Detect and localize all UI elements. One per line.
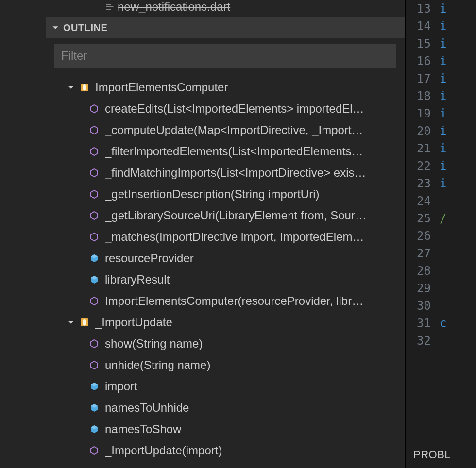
method-icon <box>88 338 100 350</box>
section-title: OUTLINE <box>63 22 107 33</box>
member-label: unhide(String name) <box>105 358 210 372</box>
line-number: 26 <box>406 229 440 243</box>
filter-input[interactable] <box>54 44 396 68</box>
member-label: libraryResult <box>105 273 170 286</box>
member-label: show(String name) <box>105 337 203 351</box>
editor-line[interactable]: 19i <box>406 105 476 122</box>
editor-gutter: 13i14i15i16i17i18i19i20i21i22i23i2425/26… <box>406 0 476 441</box>
outline-class-row[interactable]: ImportElementsComputer <box>46 77 405 98</box>
method-icon <box>88 188 100 200</box>
line-number: 21 <box>406 142 440 155</box>
outline-member-row[interactable]: createEdits(List<ImportedElements> impor… <box>46 98 405 119</box>
class-name: _ImportUpdate <box>95 316 172 329</box>
outline-member-row[interactable]: ImportElementsComputer(resourceProvider,… <box>46 290 405 312</box>
field-icon <box>88 252 100 264</box>
editor-line[interactable]: 16i <box>406 52 476 70</box>
chevron-down-icon <box>51 24 59 32</box>
line-number: 23 <box>406 177 440 190</box>
method-icon <box>88 231 100 243</box>
editor-line[interactable]: 27 <box>406 245 476 262</box>
outline-member-row[interactable]: unhide(String name) <box>46 354 405 376</box>
method-icon <box>88 359 100 371</box>
field-icon <box>88 274 100 285</box>
editor-line[interactable]: 23i <box>406 175 476 192</box>
editor-line[interactable]: 31c <box>406 315 476 332</box>
member-label: _computeUpdate(Map<ImportDirective, _Imp… <box>105 123 363 137</box>
outline-member-row[interactable]: _matches(ImportDirective import, Importe… <box>46 226 405 248</box>
line-number: 27 <box>406 247 440 260</box>
code-fragment: i <box>440 124 446 138</box>
editor-line[interactable]: 21i <box>406 140 476 157</box>
editor-line[interactable]: 29 <box>406 280 476 297</box>
code-fragment: i <box>440 2 446 16</box>
member-label: namesToShow <box>105 422 181 436</box>
outline-member-row[interactable]: namesToShow <box>46 418 405 440</box>
outline-member-row[interactable]: _ImportUpdate(import) <box>46 440 405 461</box>
editor-line[interactable]: 13i <box>406 0 476 17</box>
member-label: _ImportUpdate(import) <box>105 444 222 457</box>
method-icon <box>88 295 100 307</box>
outline-member-row[interactable]: _filterImportedElements(List<ImportedEle… <box>46 141 405 162</box>
line-number: 17 <box>406 72 440 85</box>
code-fragment: i <box>440 54 446 68</box>
method-icon <box>88 445 100 456</box>
code-fragment: i <box>440 177 446 190</box>
panel-tabs[interactable]: PROBL <box>406 441 476 468</box>
code-fragment: i <box>440 37 446 50</box>
editor-line[interactable]: 30 <box>406 297 476 315</box>
editor-line[interactable]: 17i <box>406 70 476 87</box>
outline-section-header[interactable]: OUTLINE <box>46 17 405 38</box>
line-number: 16 <box>406 54 440 68</box>
line-number: 24 <box>406 194 440 208</box>
method-icon <box>88 210 100 221</box>
editor-line[interactable]: 32 <box>406 332 476 350</box>
member-label: _matches(ImportDirective import, Importe… <box>105 230 364 244</box>
method-icon <box>88 146 100 157</box>
outline-class-row[interactable]: _ImportUpdate <box>46 312 405 333</box>
class-icon <box>79 466 90 468</box>
outline-member-row[interactable]: _computeUpdate(Map<ImportDirective, _Imp… <box>46 119 405 141</box>
outline-member-row[interactable]: libraryResult <box>46 269 405 290</box>
outline-member-row[interactable]: show(String name) <box>46 333 405 354</box>
code-fragment: / <box>440 212 446 225</box>
outline-member-row[interactable]: _getLibrarySourceUri(LibraryElement from… <box>46 205 405 226</box>
class-name: InsertionDescription <box>95 465 198 468</box>
member-label: resourceProvider <box>105 251 194 265</box>
editor-line[interactable]: 15i <box>406 35 476 52</box>
field-icon <box>88 381 100 392</box>
line-number: 20 <box>406 124 440 138</box>
line-number: 13 <box>406 2 440 16</box>
code-fragment: i <box>440 19 446 33</box>
field-icon <box>88 423 100 435</box>
file-name: new_notifications.dart <box>118 1 230 13</box>
editor-line[interactable]: 24 <box>406 192 476 210</box>
class-icon <box>79 82 90 93</box>
class-icon <box>79 317 90 328</box>
line-number: 28 <box>406 264 440 278</box>
line-number: 29 <box>406 282 440 295</box>
editor-line[interactable]: 22i <box>406 157 476 175</box>
line-number: 22 <box>406 159 440 173</box>
member-label: ImportElementsComputer(resourceProvider,… <box>105 294 363 308</box>
line-number: 14 <box>406 19 440 33</box>
problems-tab[interactable]: PROBL <box>413 449 451 461</box>
outline-member-row[interactable]: resourceProvider <box>46 248 405 269</box>
editor-line[interactable]: 25/ <box>406 210 476 227</box>
outline-member-row[interactable]: _findMatchingImports(List<ImportDirectiv… <box>46 162 405 184</box>
outline-member-row[interactable]: namesToUnhide <box>46 397 405 418</box>
editor-line[interactable]: 20i <box>406 122 476 140</box>
editor-line[interactable]: 14i <box>406 17 476 35</box>
editor-area: 13i14i15i16i17i18i19i20i21i22i23i2425/26… <box>405 0 476 468</box>
outline-member-row[interactable]: import <box>46 376 405 397</box>
line-number: 30 <box>406 299 440 313</box>
editor-line[interactable]: 28 <box>406 262 476 280</box>
editor-line[interactable]: 18i <box>406 87 476 105</box>
outline-member-row[interactable]: _getInsertionDescription(String importUr… <box>46 184 405 205</box>
outline-tree[interactable]: ImportElementsComputercreateEdits(List<I… <box>46 74 405 468</box>
editor-line[interactable]: 26 <box>406 227 476 245</box>
member-label: _filterImportedElements(List<ImportedEle… <box>105 145 363 158</box>
line-number: 18 <box>406 89 440 103</box>
explorer-file-row[interactable]: new_notifications.dart <box>46 0 405 14</box>
outline-class-row[interactable]: InsertionDescription <box>46 461 405 468</box>
line-number: 15 <box>406 37 440 50</box>
